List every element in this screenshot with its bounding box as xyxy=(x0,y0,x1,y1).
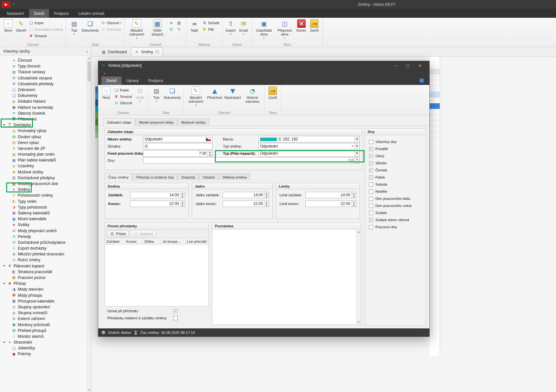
expand-icon[interactable] xyxy=(3,265,6,267)
sidebar-item-struktura-pracoviste[interactable]: ◧Struktura pracoviště xyxy=(0,269,87,275)
sidebar-item-typy-pohotovosti[interactable]: ◑Typy pohotovosti xyxy=(0,204,87,210)
ribbon-prepnout-okna-button[interactable]: ◫Přepnout okna▾ xyxy=(274,19,295,40)
sidebar-item-pritomnost[interactable]: ☻Přítomnost xyxy=(0,116,87,122)
chevron-down-icon[interactable]: ▼ xyxy=(354,136,359,142)
sidebar-item-skupiny-opravneni[interactable]: ◎Skupiny oprávnění xyxy=(0,304,87,310)
ribbon-tab-domu[interactable]: Domů xyxy=(29,9,49,18)
ribbon-export-button[interactable]: ⇧Export▾ xyxy=(224,19,237,36)
jadro-zacatek-input[interactable]: 14:00▲▼ xyxy=(223,192,269,198)
zkratka-input[interactable]: O xyxy=(143,143,213,150)
scroll-down-icon[interactable]: ▼ xyxy=(87,388,91,392)
dialog-ribbon-novy-button[interactable]: ≡Nový xyxy=(100,86,113,100)
spinner-icons[interactable]: ▲▼ xyxy=(180,192,185,198)
day-checkbox-svatek-mimo-vikend[interactable] xyxy=(369,218,373,222)
sidebar-item-hromadny-vykaz[interactable]: ▤Hromadný výkaz xyxy=(0,128,87,134)
dialog-ribbon-aktualni-zobrazeni-button[interactable]: ✎Aktuální zobrazení▾ xyxy=(185,86,206,107)
spinner-icons[interactable]: ▲▼ xyxy=(351,192,356,198)
scroll-up-icon[interactable]: ▲ xyxy=(356,230,361,234)
sidebar-item-zobrazeni[interactable]: ◫Zobrazení xyxy=(0,87,87,93)
sidebar-item-uzivatelske-sloupce[interactable]: ⊞Uživatelské sloupce xyxy=(0,75,87,81)
column-header-lze-prerusit[interactable]: Lze přerušit xyxy=(186,238,207,244)
column-header-delka[interactable]: Délka xyxy=(143,238,161,244)
dialog-tab-upravy[interactable]: Úpravy xyxy=(121,77,143,85)
prestavky-relativni-checkbox[interactable] xyxy=(173,316,178,320)
sidebar-item-denni-vykaz[interactable]: ▤Denní výkaz xyxy=(0,140,87,146)
sidebar-item-osobni-vykaz[interactable]: ▤Osobní výkaz xyxy=(0,134,87,139)
sidebar-item-pokrmy[interactable]: ●Pokrmy xyxy=(0,351,87,357)
sidebar-item-uzivatelske-prehledy[interactable]: ⊞Uživatelské přehledy xyxy=(0,81,87,87)
sidebar-item-skupiny-snimacu[interactable]: ◎Skupiny snímačů xyxy=(0,310,87,316)
day-checkbox-pondeli[interactable] xyxy=(369,147,373,151)
uznat-pri-prichodu-checkbox[interactable] xyxy=(173,309,178,313)
sidebar-item-pristupove-kalendare[interactable]: ▦Přístupové kalendáře xyxy=(0,298,87,304)
expand-icon[interactable] xyxy=(3,283,6,284)
sidebar-item-pracovni-pozice[interactable]: ☻Pracovní pozice xyxy=(0,275,87,281)
info-icon[interactable]: i xyxy=(419,78,424,83)
dialog-ribbon-dokumenty-button[interactable]: ❏Dokumenty xyxy=(163,86,182,100)
ribbon-tab-podpora[interactable]: Podpora xyxy=(49,9,73,18)
ribbon-seradit-button[interactable]: ⇅Seřadit xyxy=(202,20,219,26)
time-tab-prescas-a-ztratovy-cas[interactable]: Přesčas a ztrátový čas xyxy=(133,173,177,181)
collapse-sidebar-icon[interactable]: ‹ xyxy=(86,49,88,54)
dialog-ribbon-obnovit-button[interactable]: ↻Obnovit xyxy=(114,100,132,106)
sidebar-item-typy-smen[interactable]: ◐Typy směn xyxy=(0,199,87,204)
note-textarea[interactable]: ▲ ▼ xyxy=(212,230,361,325)
ribbon-obnovit-button[interactable]: ↻Obnovit▾ xyxy=(101,20,121,26)
doc-tab-smeny[interactable]: ↻Směny✕ xyxy=(131,47,163,56)
minimize-icon[interactable]: ─ xyxy=(389,61,402,70)
sidebar-item-smeny[interactable]: ↻Směny xyxy=(0,187,87,192)
ribbon-save-layout-icon[interactable]: ⊡ xyxy=(169,27,175,32)
ribbon-gridlines-icon[interactable]: ▦ xyxy=(177,20,183,26)
fond-pracovni-doby-input[interactable]: 7:30 ▲▼ xyxy=(143,150,213,157)
dialog-tab-domu[interactable]: Domů xyxy=(101,77,121,85)
day-checkbox-svatek[interactable] xyxy=(369,211,373,215)
page-tab-model-pracovni-doby[interactable]: Model pracovní doby xyxy=(135,119,177,126)
chevron-down-icon[interactable]: ▼ xyxy=(354,143,359,149)
ribbon-aktualni-zobrazeni-button[interactable]: ✎Aktuální zobrazení▾ xyxy=(126,19,147,40)
expand-icon[interactable] xyxy=(3,342,6,343)
ribbon-tisk-button[interactable]: ▤Tisk▾ xyxy=(68,19,80,36)
ribbon-konec-button[interactable]: ✕Konec xyxy=(295,19,308,33)
day-checkbox-vsechny-dny[interactable] xyxy=(369,140,373,144)
sidebar-item-stravovani[interactable]: ✦Stravování xyxy=(0,339,87,345)
day-checkbox-sobota[interactable] xyxy=(369,182,373,187)
day-checkbox-den-pracovniho-volna[interactable] xyxy=(369,204,373,208)
sidebar-item-dochazka[interactable]: ⌛Docházka xyxy=(0,122,87,128)
limit-zacatek-input[interactable]: 14:00▲▼ xyxy=(305,192,356,198)
close-icon[interactable]: ✕ xyxy=(414,61,426,70)
ribbon-novy-button[interactable]: ≡Nový xyxy=(2,19,15,33)
dialog-tab-podpora[interactable]: Podpora xyxy=(143,77,168,85)
sidebar-item-dochazkove-pruchody-akce[interactable]: ⇄Docházkové průchody/akce xyxy=(0,240,87,245)
zacatek-input[interactable]: 14:00▲▼ xyxy=(130,192,185,198)
expand-icon[interactable] xyxy=(3,124,6,126)
breaks-table-body[interactable] xyxy=(105,245,208,306)
sidebar-item-export-dochazky[interactable]: ⇧Export docházky xyxy=(0,245,87,251)
odebrat-button[interactable]: ⊟Odebrat xyxy=(131,231,156,237)
sidebar-item-mody-prepinani-smeru[interactable]: ⇄Módy přepínání směrů xyxy=(0,228,87,233)
day-checkbox-ctvrtek[interactable] xyxy=(369,168,373,172)
dialog-ribbon-nasledujici-button[interactable]: ▼Následující xyxy=(223,86,242,100)
page-tab-mzdove-slozky[interactable]: Mzdové složky xyxy=(178,119,209,126)
ribbon-vyber-sloupcu-button[interactable]: ▦Výběr sloupců xyxy=(147,19,168,37)
typ-plan-kapacit-combobox[interactable]: Odpolední ▼ xyxy=(258,150,360,157)
sidebar-item-sablony-kalendaru[interactable]: ▦Šablony kalendářů xyxy=(0,210,87,216)
sidebar-item-pristup[interactable]: ✱Přístup xyxy=(0,281,87,286)
ribbon-dokumenty-button[interactable]: ❏Dokumenty xyxy=(80,19,100,33)
ribbon-row-layout-icon[interactable]: ≡ xyxy=(169,20,175,26)
dialog-ribbon-predchozi-button[interactable]: ▲Předchozí xyxy=(206,86,223,100)
quick-access-caret-icon[interactable]: ▾ xyxy=(13,3,14,5)
ribbon-usporadat-okna-button[interactable]: ▣Uspořádat okna▾ xyxy=(254,19,274,40)
sidebar-item-externi-zarizeni[interactable]: ✇Externí zařízení xyxy=(0,316,87,322)
sidebar-item-globalni-hlaseni[interactable]: ◉Globální hlášení xyxy=(0,98,87,104)
sidebar-item-periody[interactable]: ◔Periody xyxy=(0,234,87,240)
ribbon-filtr-button[interactable]: ▼Filtr xyxy=(202,27,219,32)
sidebar-item-mody-otevirani[interactable]: ◨Módy otevírání xyxy=(0,286,87,292)
sidebar-item-uzaverky[interactable]: ◈Uzávěrky xyxy=(0,163,87,169)
day-checkbox-pracovni-dny[interactable] xyxy=(369,225,373,229)
nazev-smeny-input[interactable]: Odpolední xyxy=(143,136,213,142)
time-tab-delena-smena[interactable]: Dělená směna xyxy=(219,173,250,181)
maximize-icon[interactable]: □ xyxy=(402,61,414,70)
typ-smeny-combobox[interactable]: Odpolední ✕ ▼ xyxy=(258,143,360,150)
page-tab-zakladni-udaje[interactable]: Základní údaje xyxy=(103,118,135,126)
sidebar-item-mzdove-slozky[interactable]: ◆Mzdové složky xyxy=(0,169,87,175)
